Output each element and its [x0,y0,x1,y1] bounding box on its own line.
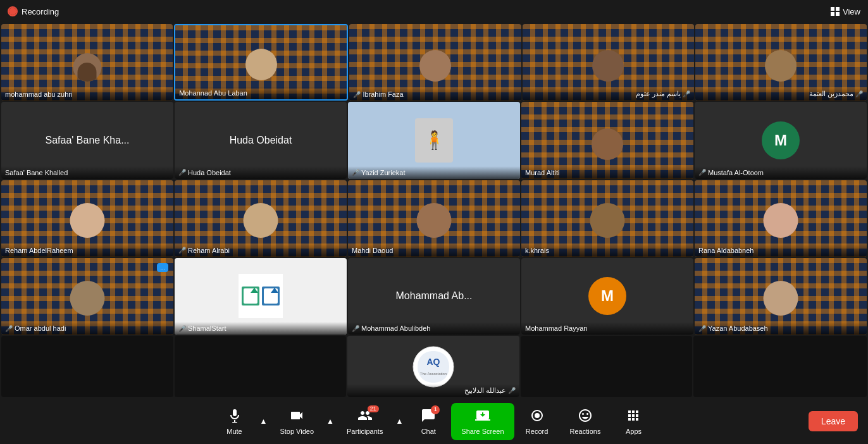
mic-svg [227,408,242,423]
participant-name: Mohammad Rayyan [525,324,587,332]
participant-name: k.khrais [525,247,549,254]
reactions-icon [578,408,593,425]
participant-name: Murad Altiti [525,169,559,176]
cell-yazan: 🎤 Yazan Abudabaseh [695,258,867,335]
video-caret[interactable]: ▲ [324,412,337,431]
participant-name: Yazan Abudabaseh [708,324,768,332]
chat-icon: 1 [421,408,436,425]
participant-name: محمدزين العتمة [809,90,853,98]
participant-name: Huda Obeidat [188,169,231,176]
participant-name: ShamalStart [188,324,226,332]
svg-rect-12 [232,422,237,423]
cell-mohammadzain: 🎤 محمدزين العتمة [695,24,867,101]
participants-label: Participants [347,428,383,435]
record-label: Record [526,428,548,435]
cell-abdallah: AQ The Association 🎤 عبدالله الدلابيح [347,336,519,397]
stop-video-label: Stop Video [280,428,314,435]
cell-empty-3 [521,336,693,397]
grid-row-3: Reham AbdelRaheem 🎤 Reham Alrabi Mahdi D… [1,180,867,257]
view-label: View [843,7,860,16]
participant-name: Reham Alrabi [188,247,230,254]
label-yazan: 🎤 Yazan Abudabaseh [695,322,867,335]
muted-icon: 🎤 [855,90,863,97]
view-button[interactable]: View [831,7,860,16]
cell-rana: Rana Aldababneh [695,180,867,257]
assoc-logo-svg: AQ The Association [411,345,456,389]
recording-outer-dot [8,6,18,16]
apps-button[interactable]: Apps [611,403,656,440]
participant-name: Ibrahim Faza [363,90,403,98]
label-mohammad-ab: 🎤 Mohammad Abulibdeh [348,322,520,335]
svg-text:The Association: The Association [420,372,447,376]
label-omar: 🎤 Omar abdul hadi [1,322,173,335]
svg-point-14 [535,413,540,418]
grid-row-2: Safaa' Bane Kha... Safaa' Bane Khalled H… [1,102,867,178]
label-murad: Murad Altiti [521,166,693,179]
label-huda: 🎤 Huda Obeidat [175,166,347,179]
reactions-label: Reactions [570,428,601,435]
grid-row-5: AQ The Association 🎤 عبدالله الدلابيح [1,336,867,397]
chat-badge: 1 [431,405,440,414]
mute-label: Mute [226,428,242,435]
cell-mohammad-ab: Mohammad Ab... 🎤 Mohammad Abulibdeh [348,258,520,335]
apps-icon [626,408,641,425]
muted-icon: 🎤 [352,325,359,332]
cell-shamal: 🎤 ShamalStart [175,258,347,335]
muted-icon: 🎤 [508,387,516,394]
leave-button[interactable]: Leave [809,411,858,431]
muted-icon: 🎤 [353,91,361,98]
cell-yasem: 🎤 ياسم منذر عتوم [523,24,694,101]
label-mohammadzain: 🎤 محمدزين العتمة [695,87,867,101]
muted-icon: 🎤 [178,325,186,332]
stop-video-group: Stop Video ▲ [270,403,337,440]
video-grid: mohammad abu zuhri Mohannad Abu Laban 🎤 … [0,23,868,398]
stop-video-button[interactable]: Stop Video [270,403,324,440]
participant-name: Mohannad Abu Laban [179,89,247,97]
share-screen-button[interactable]: Share Screen [451,403,514,440]
muted-icon: 🎤 [5,325,13,332]
share-screen-svg [475,408,490,423]
label-yasem: 🎤 ياسم منذر عتوم [523,87,694,101]
participants-group: 21 Participants ▲ [337,403,406,440]
cell-huda: Huda Obeidat 🎤 Huda Obeidat [175,102,347,178]
share-screen-label: Share Screen [461,428,504,435]
microphone-icon [227,408,242,425]
toolbar: Mute ▲ Stop Video ▲ 21 Participants ▲ [0,398,868,444]
mute-button[interactable]: Mute [212,403,257,440]
top-bar: Recording View [0,0,868,23]
label-reham-ar: Reham AbdelRaheem [1,244,173,257]
label-reham-alrabi: 🎤 Reham Alrabi [175,244,347,257]
cell-safaa: Safaa' Bane Kha... Safaa' Bane Khalled [1,102,173,178]
participant-name-display: Huda Obeidat [230,135,292,146]
record-svg [530,408,545,423]
label-mohammad-abu-zuhri: mohammad abu zuhri [1,88,173,101]
grid-row-1: mohammad abu zuhri Mohannad Abu Laban 🎤 … [1,24,867,101]
mute-caret[interactable]: ▲ [257,412,270,431]
grid-row-4: ... 🎤 Omar abdul hadi [1,258,867,335]
participant-name: Yazid Zuriekat [361,169,406,176]
participant-name: Mohammad Abulibdeh [361,324,430,332]
participant-name-display: Mohammad Ab... [396,290,473,302]
label-shamal: 🎤 ShamalStart [175,322,347,335]
label-ibrahim-faza: 🎤 Ibrahim Faza [349,88,521,101]
participants-button[interactable]: 21 Participants [337,403,393,440]
label-mohannad-abu-laban: Mohannad Abu Laban [175,87,347,99]
cell-reham-ar: Reham AbdelRaheem [1,180,173,257]
chat-button[interactable]: 1 Chat [406,403,451,440]
apps-svg [626,408,641,423]
reactions-button[interactable]: Reactions [560,403,611,440]
participants-caret[interactable]: ▲ [393,412,406,431]
svg-rect-10 [233,409,237,416]
recording-label: Recording [22,7,59,16]
cell-omar: ... 🎤 Omar abdul hadi [1,258,173,335]
muted-icon: 🎤 [683,90,690,97]
participant-name: عبدالله الدلابيح [464,386,506,395]
record-button[interactable]: Record [514,403,560,440]
mustafa-avatar: M [762,121,800,159]
label-kkhrais: k.khrais [521,244,693,257]
participant-name: Omar abdul hadi [15,324,66,332]
cell-kkhrais: k.khrais [521,180,693,257]
participant-name: Mahdi Daoud [352,247,393,254]
chat-label: Chat [421,428,436,435]
recording-dot [9,8,16,15]
